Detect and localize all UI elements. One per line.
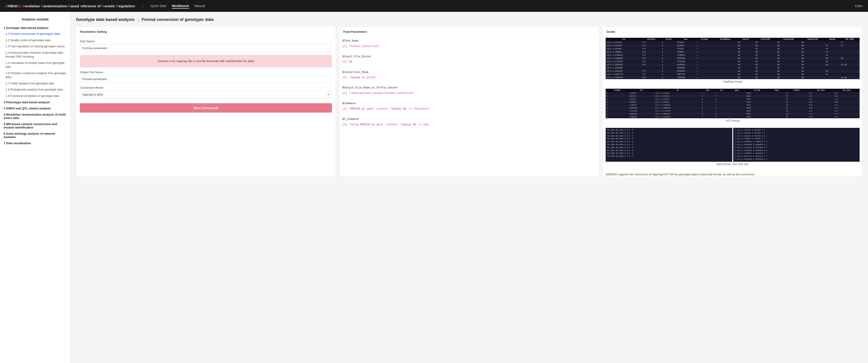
- final-params-panel: Final Parameters $Task_Name [1] "Format-…: [339, 27, 599, 177]
- sidebar-item-1-3[interactable]: 1.3 Fast imputation of missing genotype …: [0, 43, 70, 50]
- plink-fam-row: MG_1002 MG_1002 0 0 0 -9: [607, 134, 731, 138]
- nav-workbench[interactable]: Workbench: [172, 3, 189, 9]
- output-file-input[interactable]: [80, 75, 332, 83]
- sidebar-section-5[interactable]: 5 MR-based network construction and modu…: [0, 121, 70, 130]
- sidebar-item-1-7[interactable]: 1.7 t-SNE analysis from genotype data: [0, 81, 70, 87]
- task-name-label: Task Name: [80, 39, 332, 43]
- guide-content: rs#alleleschromposstrandassembly# center…: [603, 36, 862, 177]
- sidebar-collapse-button[interactable]: ‹: [66, 16, 67, 20]
- param-input-file-key: $Input_File_Docker: [342, 54, 596, 59]
- sidebar-title: Analysis module: [0, 16, 70, 25]
- plink-fam-row: MG_1001 MG_1001 0 0 0 -9: [607, 132, 731, 134]
- content-grid: Parameters Setting Task Name Choose a vc…: [76, 27, 863, 177]
- guide-panel: Guide rs#alleleschromposstrandassembly# …: [603, 27, 863, 177]
- sidebar-section-4[interactable]: 4 Mendelian randomization analysis of mu…: [0, 112, 70, 121]
- nav-quick-start[interactable]: Quick Start: [151, 3, 166, 9]
- param-output-key: $Output_File_Name_or_Prefix_Docker: [342, 86, 596, 91]
- nav-divider: |: [142, 4, 144, 8]
- param-conversion-val: [1] "hapmap to plink": [342, 75, 596, 80]
- param-input-file-val: [1] NA: [342, 60, 596, 65]
- vcf-table: #CHROMPOSIDREFALTQUALFILTERINFOFORMATMG_…: [606, 89, 860, 118]
- plink-fam-row: MG_1003 MG_1003 0 0 0 -9: [607, 138, 731, 140]
- param-output-val: [1] "/data/workdir/output/Format-convers…: [342, 91, 596, 96]
- param-fcommand-val: [1] "nohup MRBIGR.py geno -convert -hapm…: [342, 122, 596, 127]
- plink-bim-row: 1 chr1.s_307319 0 307319 T C: [735, 132, 858, 134]
- plink-table-container: MG_1000 MG_1000 0 0 0 -9 MG_1001 MG_1001…: [603, 126, 862, 170]
- plink-fam-row: MG_1000 MG_1000 0 0 0 -9: [607, 129, 731, 132]
- plink-bim-row: 1 chr1.s_533313 0 533313 A G: [735, 134, 858, 138]
- plink-fam-row: MG_1004 MG_1004 0 0 0 -9: [607, 140, 731, 143]
- plink-bim-row: 1 chr1.s_278425 0 278425 T C: [735, 129, 858, 132]
- parameters-panel-header: Parameters Setting: [76, 27, 336, 36]
- sidebar-item-1-1[interactable]: 1.1 Format conversion of genotypic data: [0, 31, 70, 37]
- parameters-panel: Parameters Setting Task Name Choose a vc…: [76, 27, 336, 177]
- param-conversion-key: $Conversion_Mode: [342, 70, 596, 75]
- output-file-label: Output File Name: [80, 70, 332, 74]
- guide-panel-header: Guide: [603, 27, 862, 36]
- hapmap-caption: HapMap format: [606, 80, 860, 83]
- sidebar-item-1-8[interactable]: 1.8 Phylogenetic analysis from genotype …: [0, 87, 70, 93]
- main-content: Genotype data based analysis | Format co…: [70, 12, 868, 363]
- conversion-mode-select[interactable]: hapmap to plink vcf to plink plink to ha…: [80, 91, 332, 98]
- plink-fam-row: MG_1008 MG_1008 0 0 0 -9: [607, 152, 731, 155]
- brand-logo: MRBIGR: Mendelian Randomization-Based In…: [5, 4, 135, 8]
- file-upload-area[interactable]: Choose a vcf, hapmap file or one file th…: [80, 55, 332, 67]
- param-task-name-val: [1] "Format-conversion": [342, 44, 596, 49]
- sidebar-item-1-5[interactable]: 1.5 Calculation of kinship matrix from g…: [0, 60, 70, 70]
- sidebar-item-1-4[interactable]: 1.4 Dimensionality reduction of genotype…: [0, 50, 70, 60]
- nav-right: Links: [855, 4, 863, 8]
- plink-fam-table: MG_1000 MG_1000 0 0 0 -9 MG_1001 MG_1001…: [606, 128, 732, 162]
- sidebar-item-1-2[interactable]: 1.2 Quality control of genotype data: [0, 37, 70, 44]
- plink-bim-row: 1 chr1.s_4035355 0 4035355 A G: [735, 149, 858, 152]
- task-name-input[interactable]: [80, 44, 332, 52]
- breadcrumb-sub: Format conversion of genotypic data: [142, 17, 214, 22]
- sidebar-section-2[interactable]: 2 Phenotype data based analysis: [0, 99, 70, 105]
- param-task-name-key: $Task_Name: [342, 39, 596, 44]
- plink-fam-row: MG_1007 MG_1007 0 0 0 -9: [607, 149, 731, 152]
- hapmap-table: rs#alleleschromposstrandassembly# center…: [606, 38, 860, 79]
- final-params-header: Final Parameters: [340, 27, 599, 36]
- nav-links-button[interactable]: Links: [855, 3, 863, 9]
- sidebar-section-3[interactable]: 3 GWAS and QTL related analysis: [0, 105, 70, 112]
- param-command-val: [1] "MRBIGR.py geno -convert -hapmap NA …: [342, 107, 596, 112]
- sidebar-item-1-6[interactable]: 1.6 Principle component analysis from ge…: [0, 70, 70, 81]
- plink-container: MG_1000 MG_1000 0 0 0 -9 MG_1001 MG_1001…: [606, 128, 860, 162]
- breadcrumb-main: Genotype data based analysis: [76, 17, 134, 22]
- param-command-key: $Command: [342, 101, 596, 106]
- conversion-mode-group: Conversion Mode: hapmap to plink vcf to …: [80, 86, 332, 98]
- page-header: Genotype data based analysis | Format co…: [76, 17, 863, 22]
- plink-bim-row: 1 chr1.s_4987744 0 4987744 C T: [735, 155, 858, 158]
- breadcrumb-separator: |: [137, 17, 139, 22]
- vcf-caption: VCF format: [606, 119, 860, 122]
- plink-bim-row: 1 chr1.s_700501 0 700501 C T: [735, 138, 858, 140]
- plink-fam-row: MG_1006 MG_1006 0 0 0 -9: [607, 146, 731, 149]
- plink-bim-row: 1 chr1.s_1885990 0 1885990 G T: [735, 143, 858, 146]
- plink-bim-row: 1 chr1.s_1788614 0 1788614 T C: [735, 140, 858, 143]
- plink-bim-table: 1 chr1.s_278425 0 278425 T C 1 chr1.s_30…: [733, 128, 860, 162]
- vcf-table-container: #CHROMPOSIDREFALTQUALFILTERINFOFORMATMG_…: [603, 87, 862, 126]
- plink-fam-row: MG_1009 MG_1009 0 0 0 -9: [607, 155, 731, 158]
- hapmap-table-container: rs#alleleschromposstrandassembly# center…: [603, 36, 862, 87]
- sidebar: ‹ Analysis module 1 Genotype data based …: [0, 12, 70, 363]
- plink-caption: plink format: .fam and .bim: [606, 162, 860, 166]
- file-upload-message: Choose a vcf, hapmap file or one file th…: [158, 59, 254, 63]
- nav-links: Quick Start Workbench Manual: [151, 3, 205, 9]
- sidebar-section-6[interactable]: 6 Gene ontology analysis of network modu…: [0, 130, 70, 140]
- app-layout: ‹ Analysis module 1 Genotype data based …: [0, 12, 868, 363]
- conversion-mode-label: Conversion Mode:: [80, 86, 332, 89]
- param-fcommand-key: $F_Command: [342, 117, 596, 122]
- plink-bim-row: 1 chr1.s_6824820 0 6824820 A C: [735, 158, 858, 161]
- plink-bim-row: 1 chr1.s_2742456 0 2742456 C T: [735, 146, 858, 149]
- conversion-mode-select-wrap: hapmap to plink vcf to plink plink to ha…: [80, 91, 332, 98]
- sidebar-section-1[interactable]: 1 Genotype data based analysis: [0, 25, 70, 31]
- task-name-group: Task Name: [80, 39, 332, 52]
- output-file-group: Output File Name: [80, 70, 332, 83]
- top-navigation: MRBIGR: Mendelian Randomization-Based In…: [0, 0, 868, 12]
- plink-bim-row: 1 chr1.s_4286001 0 4286001 C T: [735, 152, 858, 155]
- final-params-body: $Task_Name [1] "Format-conversion" $Inpu…: [340, 36, 599, 130]
- sidebar-item-1-9[interactable]: 1.9 Functional annotation of genotype da…: [0, 93, 70, 99]
- parameters-panel-body: Task Name Choose a vcf, hapmap file or o…: [76, 36, 336, 116]
- sidebar-section-7[interactable]: 7 Data visualization: [0, 140, 70, 146]
- nav-manual[interactable]: Manual: [195, 3, 205, 9]
- run-command-button[interactable]: Run Command: [80, 103, 332, 113]
